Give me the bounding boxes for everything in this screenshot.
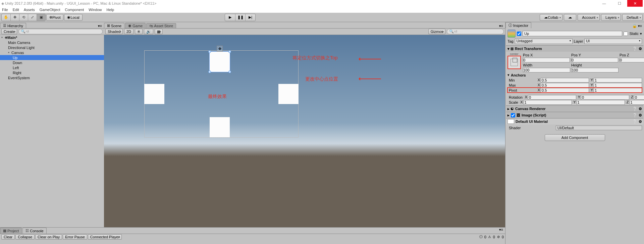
gear-icon[interactable]: ⚙	[639, 113, 642, 117]
tab-console[interactable]: ☷ Console	[22, 228, 46, 234]
hierarchy-tree[interactable]: ▾◈ Main* Main CameraDirectional Light▾Ca…	[0, 35, 104, 244]
scene-viewport[interactable]: ✥ 将定位方式切换之Top 更改中心点位置 最终效果	[104, 35, 505, 244]
gear-icon[interactable]: ⚙	[639, 119, 642, 124]
hierarchy-item-left[interactable]: Left	[0, 65, 104, 70]
help-icon[interactable]: ❔	[633, 47, 637, 51]
static-checkbox[interactable]	[624, 32, 628, 36]
static-caret-icon[interactable]: ▾	[640, 32, 642, 36]
tab-scene[interactable]: ⊞ Scene	[104, 23, 124, 28]
tab-game[interactable]: ◉ Game	[125, 23, 146, 28]
canvas-renderer-header[interactable]: ▸ ☯ Canvas Renderer❔ ⚙	[506, 106, 643, 112]
console-connected[interactable]: Connected Player	[88, 234, 122, 240]
image-down[interactable]	[210, 117, 230, 137]
hierarchy-item-right[interactable]: Right	[0, 70, 104, 75]
shader-dropdown[interactable]: UI/Default	[556, 126, 642, 130]
console-tab-menu-icon[interactable]: ▾≡	[497, 228, 505, 234]
image-left[interactable]	[144, 84, 164, 104]
anchor-max-y[interactable]	[594, 83, 642, 88]
maximize-button[interactable]: ☐	[612, 0, 627, 7]
layers-dropdown[interactable]: Layers	[601, 14, 621, 21]
toggle-fx-icon[interactable]: ▦	[155, 29, 163, 34]
posx-field[interactable]	[523, 58, 570, 62]
image-up[interactable]: ✥	[210, 52, 230, 72]
hierarchy-search[interactable]: 🔍All	[18, 29, 103, 34]
resize-handle[interactable]	[228, 70, 231, 73]
warning-icon[interactable]: ⚠	[488, 235, 492, 239]
error-icon[interactable]: ⊘	[496, 235, 500, 239]
console-collapse[interactable]: Collapse	[15, 234, 35, 240]
pause-button[interactable]: ❚❚	[235, 14, 245, 21]
local-toggle[interactable]: ◉ Local	[64, 14, 82, 21]
console-clearonplay[interactable]: Clear on Play	[35, 234, 62, 240]
anchor-min-x[interactable]	[541, 78, 589, 83]
create-dropdown[interactable]: Create	[1, 29, 17, 34]
shading-dropdown[interactable]: Shaded	[105, 29, 123, 34]
hierarchy-item-down[interactable]: Down	[0, 60, 104, 65]
menu-help[interactable]: Help	[106, 8, 114, 12]
collab-dropdown[interactable]: ☁ Collab	[540, 14, 562, 21]
hierarchy-item-main-camera[interactable]: Main Camera	[0, 40, 104, 45]
menu-edit[interactable]: Edit	[13, 8, 19, 12]
menu-gameobject[interactable]: GameObject	[40, 8, 60, 12]
move-tool-icon[interactable]: ✥	[10, 14, 19, 21]
pivot-y[interactable]	[594, 88, 642, 93]
toggle-lighting-icon[interactable]: ※	[135, 29, 143, 34]
posz-field[interactable]	[620, 58, 644, 62]
scene-tab-menu-icon[interactable]: ▾≡	[497, 24, 505, 28]
hierarchy-tab[interactable]: ☰ Hierarchy	[0, 23, 26, 28]
scene-search[interactable]: 🔍All	[447, 29, 504, 34]
pivot-x[interactable]	[541, 88, 589, 93]
close-button[interactable]: ✕	[627, 0, 643, 7]
rect-transform-header[interactable]: ▾ ⊞ Rect Transform❔ ⚙	[506, 46, 643, 52]
posy-field[interactable]	[571, 58, 618, 62]
layer-dropdown[interactable]: UI	[584, 39, 642, 44]
rect-tool-icon[interactable]: ▣	[37, 14, 45, 21]
image-right[interactable]	[278, 84, 299, 104]
add-component-button[interactable]: Add Component	[545, 134, 605, 141]
help-icon[interactable]: ❔	[633, 107, 637, 111]
resize-handle[interactable]	[208, 50, 211, 53]
console-errorpause[interactable]: Error Pause	[63, 234, 87, 240]
tab-menu-icon[interactable]: ▾≡	[96, 24, 104, 28]
material-header[interactable]: Default UI Material❔ ⚙	[506, 118, 643, 125]
gear-icon[interactable]: ⚙	[639, 107, 642, 111]
toggle-2d[interactable]: 2D	[124, 29, 133, 34]
scale-tool-icon[interactable]: ⤢	[28, 14, 37, 21]
anchor-preset-button[interactable]	[507, 56, 521, 69]
gizmos-dropdown[interactable]: Gizmos	[428, 29, 445, 34]
scale-x[interactable]	[524, 100, 572, 105]
help-icon[interactable]: ❔	[633, 113, 637, 117]
step-button[interactable]: ▶|	[245, 14, 255, 21]
tag-dropdown[interactable]: Untagged	[515, 39, 573, 44]
resize-handle[interactable]	[208, 70, 211, 73]
image-header[interactable]: ▸ 🖼 Image (Script)❔ ⚙	[506, 112, 643, 118]
pivot-gizmo-icon[interactable]: ✥	[217, 46, 223, 52]
name-field[interactable]	[523, 31, 622, 36]
tab-project[interactable]: ▦ Project	[0, 228, 22, 234]
rotate-tool-icon[interactable]: ⟲	[19, 14, 28, 21]
hierarchy-item-eventsystem[interactable]: EventSystem	[0, 75, 104, 80]
hierarchy-scene-root[interactable]: ▾◈ Main*	[0, 35, 104, 40]
toggle-audio-icon[interactable]: 🔊	[144, 29, 153, 34]
tab-assetstore[interactable]: 🛍 Asset Store	[146, 23, 176, 28]
image-enable-checkbox[interactable]	[511, 113, 515, 117]
play-button[interactable]: ▶	[225, 14, 235, 21]
inspector-tab[interactable]: ⓘ Inspector	[505, 22, 531, 28]
hierarchy-item-directional-light[interactable]: Directional Light	[0, 45, 104, 50]
rot-x[interactable]	[528, 95, 576, 100]
hierarchy-item-up[interactable]: Up	[0, 55, 104, 60]
resize-handle[interactable]	[228, 50, 231, 53]
menu-assets[interactable]: Assets	[24, 8, 35, 12]
anchor-max-x[interactable]	[541, 83, 589, 88]
menu-window[interactable]: Window	[89, 8, 102, 12]
width-field[interactable]	[523, 68, 570, 72]
anchor-min-y[interactable]	[594, 78, 642, 83]
rot-y[interactable]	[581, 95, 629, 100]
scale-z[interactable]	[630, 100, 644, 105]
account-dropdown[interactable]: Account	[578, 14, 600, 21]
help-icon[interactable]: ❔	[633, 119, 637, 124]
inspector-lock-icon[interactable]: 🔒 ▾≡	[630, 24, 644, 28]
info-icon[interactable]: ⓘ	[479, 235, 483, 239]
anchors-label[interactable]: Anchors	[511, 73, 526, 77]
hierarchy-item-canvas[interactable]: ▾Canvas	[0, 50, 104, 55]
